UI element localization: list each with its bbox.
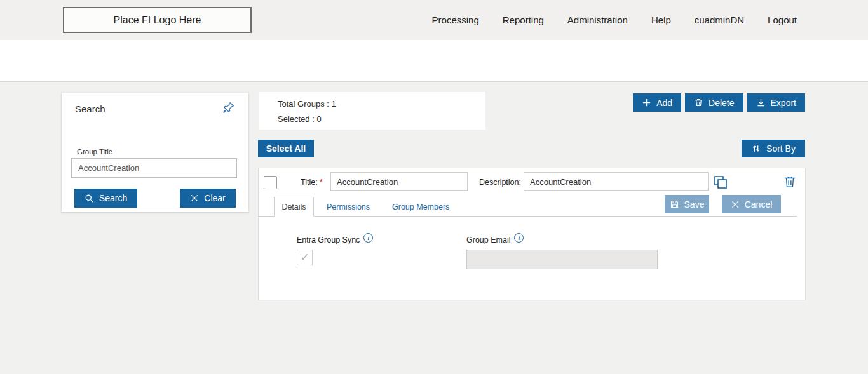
tab-details[interactable]: Details (274, 197, 314, 217)
nav-reporting[interactable]: Reporting (503, 15, 544, 25)
sort-arrows-icon (751, 144, 761, 154)
group-email-label: Group Email i (466, 236, 524, 244)
search-button[interactable]: Search (74, 189, 137, 208)
row-checkbox[interactable] (264, 176, 277, 189)
group-title-input[interactable] (71, 158, 237, 178)
toolbar: Add Delete Export (633, 93, 805, 112)
close-icon (731, 200, 740, 209)
download-icon (756, 98, 766, 107)
description-label: Description: * (479, 178, 526, 187)
save-button-label: Save (684, 199, 705, 210)
close-icon (190, 194, 199, 203)
pin-icon[interactable] (221, 101, 235, 115)
search-icon (85, 194, 94, 203)
cancel-button-label: Cancel (745, 199, 773, 210)
page: Place FI Logo Here Processing Reporting … (0, 0, 868, 374)
search-panel-title: Search (75, 104, 105, 114)
group-title-label: Group Title (77, 148, 112, 156)
nav-user-cuadminDN[interactable]: cuadminDN (695, 15, 744, 25)
selected-count-text: Selected : 0 (278, 114, 322, 124)
entra-group-sync-label: Entra Group Sync i (297, 236, 373, 244)
entra-group-sync-checkbox[interactable]: ✓ (297, 250, 313, 265)
group-row: Title: * Description: * Details Permissi… (258, 168, 806, 300)
top-nav: Processing Reporting Administration Help… (432, 0, 797, 40)
plus-icon (642, 98, 651, 107)
export-button[interactable]: Export (747, 93, 805, 112)
description-input[interactable] (524, 172, 709, 191)
sort-by-label: Sort By (766, 144, 796, 154)
group-email-input (466, 250, 658, 269)
search-panel: Search Group Title Search Clear (62, 93, 248, 212)
save-icon (670, 199, 679, 209)
title-label: Title: * (301, 178, 323, 187)
export-button-label: Export (771, 98, 796, 108)
fi-logo-text: Place FI Logo Here (114, 15, 201, 26)
nav-help[interactable]: Help (651, 15, 671, 25)
nav-processing[interactable]: Processing (432, 15, 479, 25)
summary-box: Total Groups : 1 Selected : 0 (259, 92, 485, 130)
tab-permissions[interactable]: Permissions (327, 197, 370, 217)
cancel-button[interactable]: Cancel (722, 195, 781, 213)
top-bar: Place FI Logo Here Processing Reporting … (0, 0, 868, 40)
nav-administration[interactable]: Administration (567, 15, 628, 25)
entra-info-icon[interactable]: i (363, 233, 373, 243)
add-button[interactable]: Add (633, 93, 681, 112)
total-groups-text: Total Groups : 1 (278, 99, 336, 109)
search-button-label: Search (99, 193, 127, 203)
tab-group-members[interactable]: Group Members (392, 197, 449, 217)
title-required-marker: * (320, 178, 323, 187)
title-input[interactable] (330, 172, 468, 191)
page-header: ✕ Group Maintenance i Kinective Sign (0, 40, 868, 81)
trash-icon (783, 175, 797, 189)
content-area: Search Group Title Search Clear Total Gr… (0, 81, 868, 374)
fi-logo-placeholder: Place FI Logo Here (63, 7, 252, 33)
clear-button[interactable]: Clear (180, 189, 236, 208)
nav-logout[interactable]: Logout (768, 15, 797, 25)
select-all-button[interactable]: Select All (258, 140, 314, 157)
save-button[interactable]: Save (665, 195, 709, 213)
group-email-info-icon[interactable]: i (514, 233, 524, 243)
row-delete-button[interactable] (782, 175, 797, 190)
clear-button-label: Clear (204, 193, 225, 203)
add-button-label: Add (656, 98, 672, 108)
copy-icon (713, 175, 728, 190)
copy-button[interactable] (713, 175, 728, 190)
sort-by-button[interactable]: Sort By (742, 140, 805, 157)
trash-icon (694, 98, 703, 107)
delete-button-label: Delete (709, 98, 734, 108)
delete-button[interactable]: Delete (685, 93, 743, 112)
